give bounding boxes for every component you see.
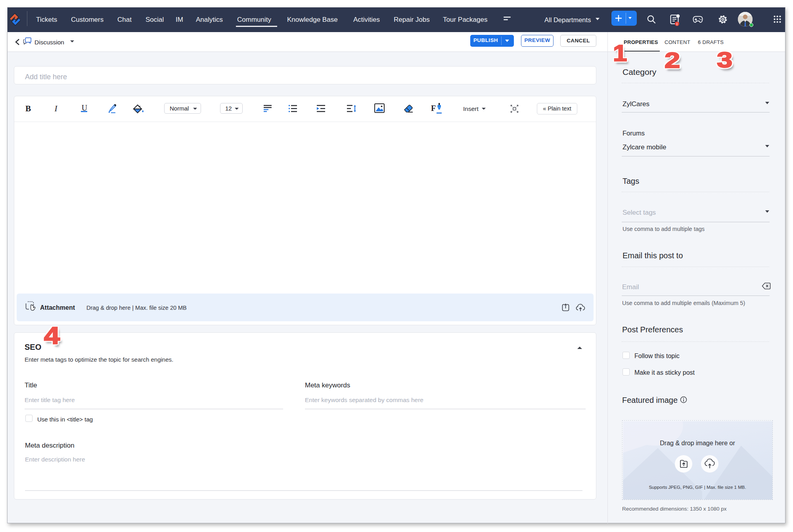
svg-text:!: !	[676, 22, 678, 26]
